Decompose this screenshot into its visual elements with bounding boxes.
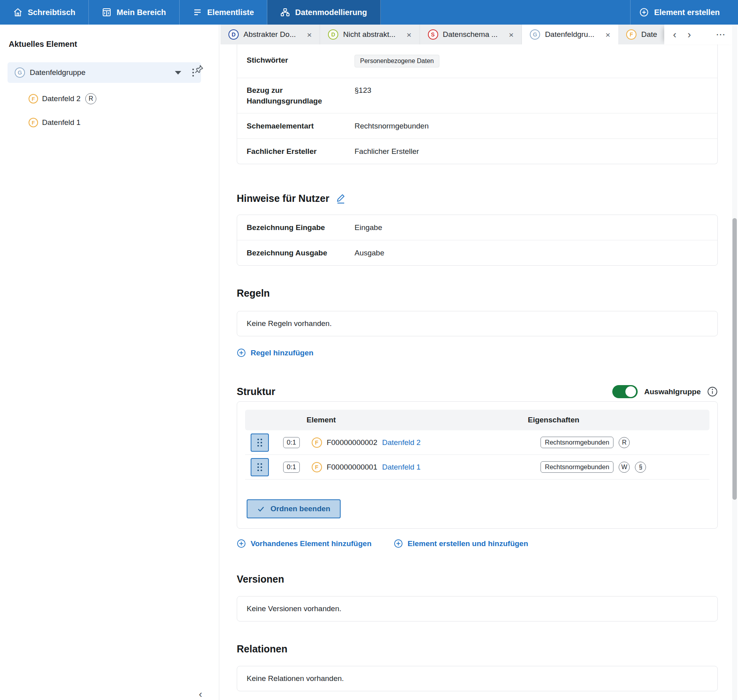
struktur-card: Element Eigenschaften 0:1 F F00000000002… [237, 401, 718, 529]
scrollbar-thumb[interactable] [732, 218, 737, 500]
hinweise-card: Bezeichnung Eingabe Eingabe Bezeichnung … [237, 215, 718, 266]
close-icon[interactable]: × [606, 31, 610, 39]
sidebar-item-datenfeld-1[interactable]: F Datenfeld 1 [0, 118, 219, 127]
nav-item-label: Datenmodellierung [295, 8, 367, 17]
element-detail-content: Stichwörter Personenbezogene Daten Bezug… [237, 44, 718, 700]
table-row-datenfeld-1: 0:1 F F00000000001 Datenfeld 1 Rechtsnor… [245, 455, 709, 479]
auswahlgruppe-toggle[interactable] [612, 385, 638, 398]
struktur-table-header: Element Eigenschaften [245, 410, 709, 430]
chevron-down-icon[interactable] [175, 71, 181, 75]
current-element-selector[interactable]: G Datenfeldgruppe [8, 62, 201, 83]
hinweis-row-ausgabe: Bezeichnung Ausgabe Ausgabe [237, 240, 717, 265]
main-panel: D Abstrakter Do... × D Nicht abstrakt...… [219, 25, 738, 700]
versionen-empty-text: Keine Versionen vorhanden. [237, 596, 717, 621]
create-element-label: Element erstellen [654, 8, 720, 17]
add-existing-element-link[interactable]: Vorhandenes Element hinzufügen [237, 539, 372, 548]
section-heading-hinweise: Hinweise für Nutzer [237, 193, 718, 204]
tab-scroll-controls: ‹ › ⋯ [664, 25, 738, 44]
document-type-icon: D [228, 29, 239, 40]
table-row-datenfeld-2: 0:1 F F00000000002 Datenfeld 2 Rechtsnor… [245, 430, 709, 455]
create-and-add-element-link[interactable]: Element erstellen und hinzufügen [394, 539, 528, 548]
element-code: F00000000002 [327, 438, 378, 447]
nav-item-datenmodellierung[interactable]: Datenmodellierung [267, 0, 380, 25]
vertical-scrollbar [732, 25, 737, 700]
plus-circle-icon [394, 539, 403, 548]
relationen-card: Keine Relationen vorhanden. [237, 666, 718, 691]
section-heading-regeln: Regeln [237, 288, 718, 299]
plus-circle-icon [237, 539, 246, 548]
status-badge-r: R [85, 93, 96, 104]
close-icon[interactable]: × [509, 31, 514, 39]
status-badge-r: R [619, 437, 630, 448]
field-type-icon: F [29, 118, 38, 127]
property-row-stichwoerter: Stichwörter Personenbezogene Daten [237, 44, 717, 78]
close-icon[interactable]: × [307, 31, 312, 39]
element-code: F00000000001 [327, 463, 378, 472]
auswahlgruppe-label: Auswahlgruppe [644, 387, 701, 396]
auswahlgruppe-control: Auswahlgruppe [612, 385, 718, 398]
pin-icon[interactable] [194, 64, 204, 74]
schemaelementart-chip: Rechtsnormgebunden [541, 437, 613, 448]
regeln-card: Keine Regeln vorhanden. [237, 311, 718, 336]
sidebar-title: Aktuelles Element [9, 40, 219, 49]
chevron-left-icon[interactable]: ‹ [673, 29, 677, 40]
tab-bar: D Abstrakter Do... × D Nicht abstrakt...… [219, 25, 738, 44]
keyword-chip: Personenbezogene Daten [355, 55, 439, 67]
versionen-card: Keine Versionen vorhanden. [237, 596, 718, 621]
check-icon [257, 505, 265, 513]
tab-datenschema[interactable]: S Datenschema ... × [420, 25, 522, 44]
tab-abstrakter-dokument[interactable]: D Abstrakter Do... × [220, 25, 320, 44]
hinweis-row-eingabe: Bezeichnung Eingabe Eingabe [237, 215, 717, 240]
nav-item-label: Mein Bereich [117, 8, 166, 17]
create-element-button[interactable]: Element erstellen [630, 0, 738, 25]
element-name-link[interactable]: Datenfeld 2 [382, 438, 420, 447]
ellipsis-menu-icon[interactable]: ⋯ [716, 30, 726, 39]
close-icon[interactable]: × [406, 31, 411, 39]
field-type-icon: F [626, 29, 636, 40]
chevron-right-icon[interactable]: › [688, 29, 691, 40]
sidebar-item-datenfeld-2[interactable]: F Datenfeld 2 R [0, 93, 219, 104]
home-icon [13, 8, 23, 17]
status-badge-w: W [619, 462, 630, 473]
nav-item-label: Elementliste [207, 8, 254, 17]
current-element-label: Datenfeldgruppe [30, 68, 86, 77]
nav-item-elementliste[interactable]: Elementliste [180, 0, 268, 25]
tab-datenfeld[interactable]: F Date [618, 25, 665, 44]
column-header-eigenschaften: Eigenschaften [528, 416, 579, 424]
field-type-icon: F [29, 94, 38, 104]
relationen-empty-text: Keine Relationen vorhanden. [237, 666, 717, 691]
plus-circle-icon [639, 8, 649, 17]
board-icon [102, 8, 111, 17]
element-properties: Rechtsnormgebunden R [541, 437, 630, 448]
element-properties: Rechtsnormgebunden W § [541, 461, 646, 473]
column-header-element: Element [307, 416, 336, 424]
top-navigation: Schreibtisch Mein Bereich Elementliste D… [0, 0, 738, 25]
tab-nicht-abstrakt[interactable]: D Nicht abstrakt... × [320, 25, 420, 44]
document-type-icon: D [328, 29, 338, 40]
property-row-schemaelementart: Schemaelementart Rechtsnormgebunden [237, 113, 717, 139]
add-rule-link[interactable]: Regel hinzufügen [237, 348, 313, 357]
sitemap-icon [280, 8, 290, 17]
schemaelementart-chip: Rechtsnormgebunden [541, 461, 613, 473]
section-heading-struktur-row: Struktur Auswahlgruppe [237, 385, 718, 398]
sidebar-tree: F Datenfeld 2 R F Datenfeld 1 [0, 93, 219, 127]
plus-circle-icon [237, 348, 246, 357]
status-badge-paragraph: § [635, 462, 646, 473]
collapse-sidebar-icon[interactable]: ‹ [199, 689, 202, 699]
sidebar-current-element: Aktuelles Element G Datenfeldgruppe F Da… [0, 25, 219, 700]
info-icon[interactable] [707, 386, 718, 397]
group-type-icon: G [530, 29, 540, 40]
nav-item-mein-bereich[interactable]: Mein Bereich [89, 0, 179, 25]
group-type-icon: G [15, 67, 25, 78]
tab-datenfeldgruppe-active[interactable]: G Datenfeldgru... × [522, 25, 618, 44]
nav-item-schreibtisch[interactable]: Schreibtisch [0, 0, 89, 25]
element-name-link[interactable]: Datenfeld 1 [382, 463, 420, 472]
section-heading-relationen: Relationen [237, 643, 718, 655]
finish-sorting-button[interactable]: Ordnen beenden [247, 499, 341, 518]
property-row-fachlicher-ersteller: Fachlicher Ersteller Fachlicher Erstelle… [237, 139, 717, 164]
list-icon [193, 8, 202, 17]
property-row-handlungsgrundlage: Bezug zur Handlungsgrundlage §123 [237, 78, 717, 113]
drag-handle-icon[interactable] [251, 433, 269, 452]
drag-handle-icon[interactable] [251, 458, 269, 476]
edit-pencil-icon[interactable] [336, 193, 346, 204]
